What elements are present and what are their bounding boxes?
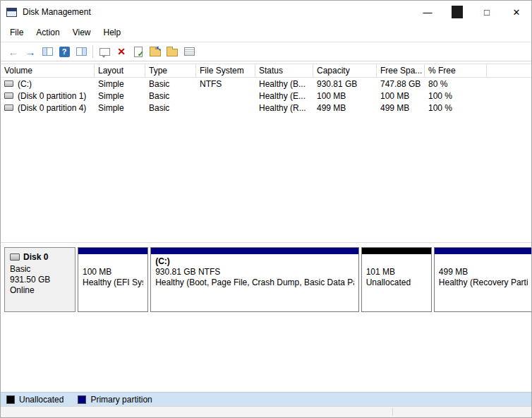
partition-status: Unallocated	[366, 277, 427, 288]
cell-capacity: 930.81 GB	[313, 79, 377, 89]
cell-free: 747.88 GB	[377, 79, 425, 89]
volume-list-header: Volume Layout Type File System Status Ca…	[1, 64, 531, 78]
partition-status: Healthy (EFI Syst	[83, 277, 143, 288]
menu-bar: File Action View Help	[1, 23, 531, 42]
legend-label: Unallocated	[19, 395, 64, 405]
back-button[interactable]: ←	[5, 43, 22, 60]
menu-view[interactable]: View	[66, 25, 97, 40]
partition-unallocated[interactable]: 101 MB Unallocated	[361, 247, 432, 312]
cell-layout: Simple	[95, 91, 145, 101]
volume-icon	[4, 104, 13, 111]
volume-icon	[4, 92, 13, 99]
maximize-button[interactable]: □	[472, 1, 502, 23]
partition-color-strip	[78, 248, 147, 254]
show-action-pane-button[interactable]	[73, 43, 90, 60]
cell-volume: (C:)	[18, 79, 32, 89]
disk-size: 931.50 GB	[10, 275, 70, 285]
primary-partition-swatch	[78, 395, 86, 404]
cell-free: 100 MB	[377, 91, 425, 101]
action-pane-icon	[76, 47, 87, 56]
table-row[interactable]: (C:) Simple Basic NTFS Healthy (B... 930…	[1, 78, 531, 90]
partitions: 100 MB Healthy (EFI Syst (C:) 930.81 GB …	[78, 247, 532, 312]
menu-file[interactable]: File	[4, 25, 30, 40]
partition-recovery[interactable]: 499 MB Healthy (Recovery Parti	[434, 247, 532, 312]
forward-icon: →	[25, 46, 36, 58]
volume-list: Volume Layout Type File System Status Ca…	[1, 61, 531, 242]
check-icon: ✓	[138, 49, 144, 59]
close-button[interactable]: ✕	[502, 1, 531, 23]
properties-icon: ✓	[134, 47, 143, 57]
column-header-type[interactable]: Type	[145, 64, 196, 77]
legend-label: Primary partition	[90, 395, 152, 405]
toolbar: ← → ? ✕ ✓ ↖	[1, 42, 531, 61]
partition-label	[366, 256, 427, 267]
help-icon: ?	[59, 47, 70, 57]
partition-color-strip	[435, 248, 532, 254]
column-header-capacity[interactable]: Capacity	[313, 64, 377, 77]
status-bar-separator	[392, 408, 393, 416]
cell-volume: (Disk 0 partition 4)	[18, 103, 86, 113]
volume-icon	[4, 80, 13, 87]
show-console-tree-button[interactable]	[39, 43, 56, 60]
back-icon: ←	[8, 46, 19, 58]
partition-label	[439, 256, 528, 267]
cell-status: Healthy (R...	[255, 103, 313, 113]
minimize-button[interactable]: —	[413, 1, 442, 23]
disk-status: Online	[10, 285, 70, 296]
folder-button[interactable]	[164, 43, 181, 60]
folder-up-icon: ↖	[150, 49, 161, 56]
disk-0-panel[interactable]: Disk 0 Basic 931.50 GB Online	[4, 247, 75, 312]
popup-window-icon	[99, 48, 110, 56]
unallocated-swatch	[6, 395, 15, 404]
menu-help[interactable]: Help	[97, 25, 128, 40]
partition-label	[83, 256, 143, 267]
cell-status: Healthy (B...	[255, 79, 313, 89]
column-header-layout[interactable]: Layout	[95, 64, 145, 77]
legend-primary-partition: Primary partition	[78, 395, 152, 405]
status-bar	[1, 406, 531, 417]
cell-type: Basic	[145, 103, 196, 113]
disk-0-row: Disk 0 Basic 931.50 GB Online 100 MB Hea…	[4, 247, 530, 312]
cell-type: Basic	[145, 91, 196, 101]
cell-pct-free: 80 %	[425, 79, 487, 89]
list-view-button[interactable]	[181, 43, 198, 60]
partition-size: 101 MB	[366, 267, 427, 277]
app-icon	[6, 8, 17, 17]
graphical-view: Disk 0 Basic 931.50 GB Online 100 MB Hea…	[1, 242, 531, 392]
popup-window-button[interactable]	[96, 43, 113, 60]
partition-status: Healthy (Boot, Page File, Crash Dump, Ba…	[155, 277, 354, 288]
column-header-file-system[interactable]: File System	[196, 64, 255, 77]
cell-capacity: 100 MB	[313, 91, 377, 101]
cell-layout: Simple	[95, 79, 145, 89]
cell-free: 499 MB	[377, 103, 425, 113]
column-header-status[interactable]: Status	[255, 64, 313, 77]
cell-capacity: 499 MB	[313, 103, 377, 113]
column-header-volume[interactable]: Volume	[1, 64, 95, 77]
forward-button[interactable]: →	[22, 43, 39, 60]
console-tree-icon	[42, 47, 53, 56]
cell-pct-free: 100 %	[425, 91, 487, 101]
partition-efi[interactable]: 100 MB Healthy (EFI Syst	[78, 247, 148, 312]
legend-bar: Unallocated Primary partition	[1, 392, 531, 406]
delete-button[interactable]: ✕	[113, 43, 130, 60]
partition-size: 499 MB	[439, 267, 528, 277]
disk-icon	[10, 253, 20, 261]
help-button[interactable]: ?	[56, 43, 73, 60]
partition-c[interactable]: (C:) 930.81 GB NTFS Healthy (Boot, Page …	[150, 247, 359, 312]
cell-type: Basic	[145, 79, 196, 89]
menu-action[interactable]: Action	[30, 25, 66, 40]
partition-size: 100 MB	[83, 267, 143, 277]
folder-up-button[interactable]: ↖	[147, 43, 164, 60]
table-row[interactable]: (Disk 0 partition 4) Simple Basic Health…	[1, 102, 531, 114]
partition-label: (C:)	[155, 256, 354, 267]
disk-name: Disk 0	[23, 252, 48, 262]
table-row[interactable]: (Disk 0 partition 1) Simple Basic Health…	[1, 90, 531, 102]
cell-status: Healthy (E...	[255, 91, 313, 101]
partition-color-strip	[151, 248, 358, 254]
column-header-free-space[interactable]: Free Spa...	[377, 64, 425, 77]
column-header-pct-free[interactable]: % Free	[425, 64, 487, 77]
list-columns-icon	[184, 47, 195, 56]
disk-type: Basic	[10, 264, 70, 275]
properties-button[interactable]: ✓	[130, 43, 147, 60]
delete-icon: ✕	[117, 46, 126, 57]
